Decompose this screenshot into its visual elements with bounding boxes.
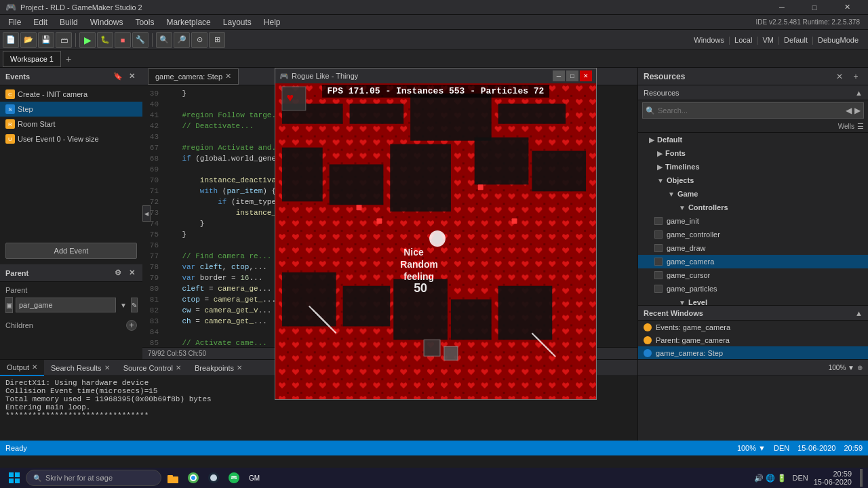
resources-close-button[interactable]: ✕ [833, 70, 846, 83]
taskbar-icon-steam[interactable] [205, 469, 222, 487]
res-controllers-header[interactable]: ▼ Controllers [638, 201, 868, 214]
workspace-tab-1[interactable]: Workspace 1 [3, 51, 61, 67]
taskbar-search[interactable]: 🔍 Skriv her for at søge [26, 470, 161, 486]
output-tab-close[interactable]: ✕ [32, 363, 37, 371]
parent-icon-1[interactable]: ⚙ [113, 268, 123, 279]
zoom-in-button[interactable]: 🔍 [156, 32, 172, 48]
menu-layouts[interactable]: Layouts [218, 15, 257, 30]
taskbar-icon-app1[interactable]: GM [245, 469, 263, 487]
taskbar-icon-explorer[interactable] [164, 469, 182, 487]
res-item-game-init[interactable]: game_init [638, 214, 868, 228]
status-zoom[interactable]: 100% ▼ [737, 444, 766, 452]
debug-button[interactable]: 🐛 [97, 32, 113, 48]
recent-expand-icon[interactable]: ▲ [855, 309, 863, 317]
search-tab-close[interactable]: ✕ [104, 364, 110, 371]
stop-button[interactable]: ■ [115, 32, 131, 48]
recent-item-step[interactable]: game_camera: Step [638, 346, 868, 359]
parent-input[interactable] [16, 298, 116, 312]
res-fonts-header[interactable]: ▶ Fonts [638, 146, 868, 160]
open-button[interactable]: 📂 [20, 32, 37, 48]
start-button[interactable] [5, 469, 23, 487]
close-button[interactable]: ✕ [831, 0, 863, 15]
code-tab-close[interactable]: ✕ [225, 72, 231, 81]
game-maximize-button[interactable]: □ [566, 70, 578, 81]
recent-item-events[interactable]: Events: game_camera [638, 321, 868, 333]
resources-title: Resources [644, 72, 685, 81]
minimize-button[interactable]: ─ [766, 0, 797, 15]
taskbar-icon-chrome[interactable] [184, 469, 202, 487]
save-all-button[interactable]: 🗃 [56, 32, 72, 48]
output-tab-search[interactable]: Search Results ✕ [44, 360, 117, 376]
parent-dropdown-icon[interactable]: ▼ [120, 302, 127, 309]
add-workspace-button[interactable]: + [61, 52, 76, 66]
clean-button[interactable]: 🔧 [132, 32, 149, 48]
add-event-button[interactable]: Add Event [5, 243, 137, 259]
local-link[interactable]: Local [734, 36, 752, 44]
res-level-header[interactable]: ▼ Level [638, 296, 868, 305]
res-timelines-header[interactable]: ▶ Timelines [638, 160, 868, 174]
res-objects-header[interactable]: ▼ Objects [638, 174, 868, 187]
res-default-header[interactable]: ▶ Default [638, 133, 868, 146]
parent-edit-button[interactable]: ✎ [131, 298, 138, 312]
event-item-create[interactable]: C Create - INIT camera [0, 87, 142, 102]
windows-link[interactable]: Windows [694, 36, 724, 44]
zoom-icon[interactable]: ⊕ [857, 364, 863, 371]
events-icon-1[interactable]: 🔖 [113, 71, 123, 82]
output-tab-breakpoints[interactable]: Breakpoints ✕ [188, 360, 249, 376]
events-panel-header: Events 🔖 ✕ [0, 68, 142, 85]
children-add-button[interactable]: + [126, 320, 137, 331]
run-button[interactable]: ▶ [79, 32, 96, 48]
menu-tools[interactable]: Tools [130, 15, 159, 30]
output-tab-output[interactable]: Output ✕ [0, 360, 44, 376]
new-button[interactable]: 📄 [3, 32, 19, 48]
event-item-roomstart[interactable]: R Room Start [0, 117, 142, 131]
taskbar-icon-spotify[interactable] [225, 469, 243, 487]
res-item-game-draw[interactable]: game_draw [638, 241, 868, 255]
default-link[interactable]: Default [784, 36, 808, 44]
game-close-button[interactable]: ✕ [580, 70, 592, 81]
res-item-game-controller[interactable]: game_controller [638, 228, 868, 241]
event-item-step[interactable]: S Step [0, 102, 142, 117]
res-game-header[interactable]: ▼ Game [638, 187, 868, 201]
resources-add-button[interactable]: + [849, 70, 863, 83]
children-label: Children [5, 321, 33, 329]
save-button[interactable]: 💾 [38, 32, 54, 48]
toolbar: 📄 📂 💾 🗃 ▶ 🐛 ■ 🔧 🔍 🔎 ⊙ ⊞ Windows | Local … [0, 30, 868, 50]
res-item-game-cursor[interactable]: game_cursor [638, 268, 868, 282]
code-tab-step[interactable]: game_camera: Step ✕ [148, 68, 239, 85]
search-nav-prev[interactable]: ◀ [846, 106, 852, 115]
show-desktop-button[interactable] [860, 469, 863, 487]
res-checkbox [654, 285, 663, 293]
resources-expand-icon[interactable]: ▲ [855, 89, 863, 97]
event-item-userevent[interactable]: U User Event 0 - View size [0, 131, 142, 146]
recent-dot-step [644, 349, 652, 357]
left-collapse-button[interactable]: ◀ [142, 205, 151, 222]
zoom-out-button[interactable]: 🔎 [174, 32, 190, 48]
menu-windows[interactable]: Windows [85, 15, 129, 30]
recent-item-parent[interactable]: Parent: game_camera [638, 333, 868, 346]
game-minimize-button[interactable]: ─ [553, 70, 565, 81]
res-item-game-camera[interactable]: game_camera [638, 255, 868, 268]
search-nav-next[interactable]: ▶ [854, 106, 861, 115]
maximize-button[interactable]: □ [799, 0, 830, 15]
events-close[interactable]: ✕ [126, 71, 137, 82]
menu-edit[interactable]: Edit [28, 15, 53, 30]
res-item-game-particles[interactable]: game_particles [638, 282, 868, 296]
search-input[interactable] [658, 106, 843, 115]
grid-button[interactable]: ⊞ [209, 32, 225, 48]
code-panel: game_camera: Step ✕ ◀ 39 } 40 41 #region… [142, 68, 637, 359]
debug-mode-link[interactable]: DebugMode [818, 36, 859, 44]
parent-close[interactable]: ✕ [126, 268, 137, 279]
zoom-level[interactable]: 100% ▼ [829, 364, 854, 371]
res-menu-icon[interactable]: ☰ [857, 122, 864, 131]
breakpoints-tab-close[interactable]: ✕ [237, 364, 242, 371]
parent-content: Parent ▣ ▼ ✎ [0, 282, 142, 317]
output-tab-source[interactable]: Source Control ✕ [117, 360, 188, 376]
menu-help[interactable]: Help [258, 15, 286, 30]
vm-link[interactable]: VM [762, 36, 774, 44]
menu-file[interactable]: File [3, 15, 26, 30]
menu-marketplace[interactable]: Marketplace [161, 15, 216, 30]
menu-build[interactable]: Build [54, 15, 83, 30]
source-tab-close[interactable]: ✕ [176, 364, 181, 371]
zoom-reset-button[interactable]: ⊙ [191, 32, 208, 48]
